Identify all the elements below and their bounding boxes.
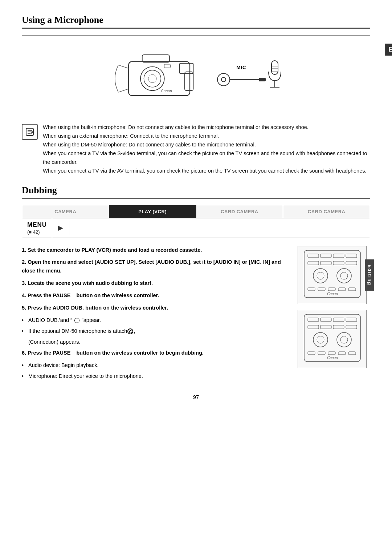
steps-left: 1. Set the camcorder to PLAY (VCR) mode … [22, 246, 290, 383]
bullet-5-2: If the optional DM-50 microphone is atta… [22, 327, 290, 336]
mic-port-inner [221, 77, 226, 82]
mode-camera[interactable]: CAMERA [22, 205, 109, 218]
mode-play-vcr[interactable]: PLAY (VCR) [109, 205, 196, 218]
svg-point-32 [337, 269, 351, 283]
bullet-6-1: Audio device: Begin playback. [22, 361, 290, 370]
svg-rect-36 [328, 288, 335, 291]
svg-point-52 [340, 336, 348, 343]
note-text: When using the built-in microphone: Do n… [43, 123, 370, 175]
svg-rect-41 [308, 318, 319, 322]
step-3: 3. Locate the scene you wish audio dubbi… [22, 279, 290, 288]
step-6: 6. Press the PAUSE button on the wireles… [22, 349, 290, 358]
svg-rect-22 [308, 254, 319, 258]
step-2: 2. Open the menu and select [AUDIO SET U… [22, 258, 290, 275]
svg-rect-0 [128, 62, 190, 96]
svg-point-2 [144, 70, 161, 87]
menu-value [69, 219, 370, 236]
svg-rect-53 [308, 352, 315, 355]
mic-label: MIC [237, 65, 246, 70]
microphone-diagram: Canon MIC [22, 35, 370, 115]
svg-rect-46 [320, 325, 331, 329]
svg-point-51 [337, 332, 351, 347]
svg-rect-56 [338, 352, 346, 355]
svg-text:Canon: Canon [161, 89, 172, 93]
menu-ref: (■ 42) [27, 229, 47, 235]
svg-point-3 [148, 74, 157, 83]
svg-rect-35 [318, 288, 325, 291]
arrow-right-icon: ▶ [58, 224, 63, 232]
svg-rect-47 [333, 325, 344, 329]
section1-title: Using a Microphone [22, 15, 370, 29]
svg-rect-27 [320, 261, 331, 265]
step-1: 1. Set the camcorder to PLAY (VCR) mode … [22, 246, 290, 255]
svg-text:Canon: Canon [327, 356, 338, 360]
svg-rect-11 [271, 61, 278, 74]
connection-note: (Connection) appears. [22, 338, 290, 347]
menu-row: MENU (■ 42) ▶ [22, 218, 370, 238]
svg-rect-45 [308, 325, 319, 329]
svg-rect-43 [333, 318, 344, 322]
bullet-6-2: Microphone: Direct your voice to the mic… [22, 372, 290, 381]
mic-connector [217, 73, 266, 86]
svg-rect-26 [308, 261, 319, 265]
svg-point-49 [313, 332, 328, 347]
svg-rect-55 [328, 352, 335, 355]
note-block: When using the built-in microphone: Do n… [22, 123, 370, 175]
copyright-circle-icon: C [127, 328, 133, 334]
remote-svg-1: Canon [301, 249, 364, 301]
svg-rect-23 [320, 254, 331, 258]
svg-rect-42 [320, 318, 331, 322]
remote-image-1: Canon Editing [298, 246, 367, 304]
microphone-icon [266, 59, 284, 92]
svg-rect-48 [346, 325, 357, 329]
mic-port-circle [217, 73, 230, 86]
svg-text:Canon: Canon [327, 292, 338, 296]
svg-line-9 [118, 89, 128, 92]
steps-right: Canon Editing [298, 246, 370, 383]
menu-label: MENU [27, 221, 47, 229]
svg-rect-57 [348, 352, 356, 355]
svg-rect-34 [308, 288, 315, 291]
bullet-5-1: AUDIO DUB.’and “ ”appear. [22, 316, 290, 325]
svg-rect-38 [348, 288, 356, 291]
svg-rect-6 [185, 72, 193, 91]
svg-rect-28 [333, 261, 344, 265]
step-4: 4. Press the PAUSE button on the wireles… [22, 291, 290, 300]
editing-tab: Editing [365, 259, 374, 291]
mic-connector-area: MIC [217, 65, 266, 86]
note-icon [22, 124, 38, 140]
mode-bar: CAMERA PLAY (VCR) CARD CAMERA CARD CAMER… [22, 205, 370, 218]
page-number: 97 [22, 394, 370, 400]
svg-rect-5 [142, 55, 170, 62]
svg-rect-25 [346, 254, 357, 258]
mode-card-camera-2[interactable]: CARD CAMERA [283, 205, 370, 218]
side-tab-e: E [385, 44, 392, 56]
svg-rect-24 [333, 254, 344, 258]
svg-rect-10 [164, 64, 171, 68]
svg-point-33 [340, 272, 348, 279]
svg-rect-29 [346, 261, 357, 265]
svg-point-30 [313, 269, 328, 283]
menu-label-block: MENU (■ 42) [22, 218, 52, 238]
svg-rect-37 [338, 288, 346, 291]
mode-card-camera-1[interactable]: CARD CAMERA [196, 205, 283, 218]
svg-rect-54 [318, 352, 325, 355]
section2-title: Dubbing [22, 185, 370, 199]
circle-icon [74, 318, 79, 323]
plug-shape [259, 78, 266, 81]
svg-rect-44 [346, 318, 357, 322]
camera-illustration: Canon [108, 44, 217, 106]
step-5: 5. Press the AUDIO DUB. button on the wi… [22, 304, 290, 312]
svg-point-50 [317, 336, 324, 343]
remote-image-2: Canon [298, 310, 367, 368]
steps-area: 1. Set the camcorder to PLAY (VCR) mode … [22, 246, 370, 383]
menu-arrow: ▶ [52, 221, 69, 235]
svg-line-8 [118, 65, 128, 68]
remote-svg-2: Canon [301, 312, 364, 365]
connector-line [230, 79, 259, 80]
svg-point-31 [317, 272, 324, 279]
